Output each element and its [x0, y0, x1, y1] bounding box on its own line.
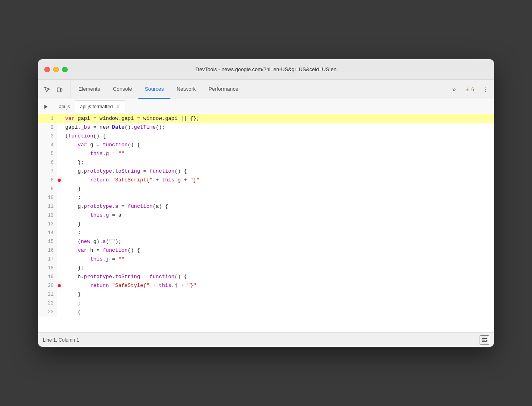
line-content: (function() { — [62, 132, 494, 141]
line-content: } — [62, 290, 494, 299]
code-line: 19 h.prototype.toString = function() { — [38, 273, 494, 281]
line-number: 5 — [38, 149, 57, 158]
svg-marker-6 — [486, 340, 488, 342]
line-number: 23 — [38, 308, 57, 316]
line-content: ; — [62, 229, 494, 237]
code-line: 21 } — [38, 290, 494, 299]
devtools-window: DevTools - news.google.com/?hl=en-US&gl=… — [38, 59, 494, 347]
main-area: api.js api.js:formatted ✕ 1var gapi = wi… — [38, 99, 494, 347]
code-line: 11 g.prototype.a = function(a) { — [38, 202, 494, 211]
code-line: 20 return "SafeStyle{" + this.j + "}" — [38, 281, 494, 290]
tab-performance[interactable]: Performance — [202, 80, 244, 99]
traffic-lights — [44, 67, 68, 72]
line-content: return "SafeScript{" + this.g + "}" — [62, 176, 494, 185]
warning-count: 6 — [471, 87, 474, 92]
code-line: 7 g.prototype.toString = function() { — [38, 167, 494, 176]
svg-marker-2 — [44, 105, 48, 109]
file-tab-api-js[interactable]: api.js — [54, 100, 75, 113]
line-content: ( — [62, 308, 494, 316]
code-line: 1var gapi = window.gapi = window.gapi ||… — [38, 114, 494, 123]
line-content: ; — [62, 299, 494, 308]
code-line: 4 var g = function() { — [38, 141, 494, 149]
code-line: 6 }; — [38, 158, 494, 167]
code-line: 16 var h = function() { — [38, 246, 494, 255]
warning-icon: ⚠ — [465, 87, 470, 92]
toolbar-tabs: Elements Console Sources Network Perform… — [72, 80, 445, 99]
run-snippets-button[interactable] — [41, 102, 51, 111]
code-line: 12 this.g = a — [38, 211, 494, 220]
line-number: 6 — [38, 158, 57, 167]
code-line: 5 this.g = "" — [38, 149, 494, 158]
line-number: 15 — [38, 237, 57, 246]
line-number: 22 — [38, 299, 57, 308]
file-tab-close-button[interactable]: ✕ — [115, 104, 121, 109]
code-line: 15 (new g).a(""); — [38, 237, 494, 246]
maximize-button[interactable] — [62, 67, 68, 72]
file-tab-api-js-formatted[interactable]: api.js:formatted ✕ — [75, 100, 126, 113]
file-tab-label: api.js:formatted — [80, 104, 113, 109]
line-content: } — [62, 185, 494, 193]
title-bar: DevTools - news.google.com/?hl=en-US&gl=… — [38, 59, 494, 80]
line-content: var h = function() { — [62, 246, 494, 255]
toolbar-icons — [41, 80, 70, 99]
file-tabs-bar: api.js api.js:formatted ✕ — [38, 99, 494, 114]
code-line: 23 ( — [38, 308, 494, 316]
line-number: 21 — [38, 290, 57, 299]
line-number: 8 — [38, 176, 57, 185]
breakpoint-dot[interactable] — [58, 284, 61, 287]
close-button[interactable] — [44, 67, 50, 72]
inspect-icon[interactable] — [41, 84, 52, 95]
svg-rect-1 — [60, 89, 62, 91]
svg-rect-5 — [482, 341, 486, 342]
line-number: 12 — [38, 211, 57, 220]
line-content: this.j = "" — [62, 255, 494, 264]
line-content: }; — [62, 264, 494, 273]
code-line: 3(function() { — [38, 132, 494, 141]
tab-sources[interactable]: Sources — [138, 80, 170, 99]
line-number: 10 — [38, 193, 57, 202]
line-number: 20 — [38, 281, 57, 290]
code-content: 1var gapi = window.gapi = window.gapi ||… — [38, 114, 494, 322]
code-line: 13 } — [38, 220, 494, 229]
line-number: 19 — [38, 273, 57, 281]
toolbar-right: » ⚠ 6 ⋮ — [445, 80, 491, 99]
minimize-button[interactable] — [53, 67, 59, 72]
line-content: return "SafeStyle{" + this.j + "}" — [62, 281, 494, 290]
line-content: ; — [62, 193, 494, 202]
line-gutter — [57, 176, 62, 182]
breakpoint-dot[interactable] — [58, 179, 61, 182]
tab-elements[interactable]: Elements — [72, 80, 106, 99]
line-number: 1 — [38, 114, 57, 123]
line-number: 3 — [38, 132, 57, 141]
line-content: g.prototype.a = function(a) { — [62, 202, 494, 211]
code-line: 22 ; — [38, 299, 494, 308]
line-number: 13 — [38, 220, 57, 229]
status-bar-right — [480, 335, 489, 345]
tab-console[interactable]: Console — [106, 80, 138, 99]
line-number: 11 — [38, 202, 57, 211]
cursor-position: Line 1, Column 1 — [43, 337, 79, 343]
line-content: (new g).a(""); — [62, 237, 494, 246]
line-content: g.prototype.toString = function() { — [62, 167, 494, 176]
more-tabs-button[interactable]: » — [448, 84, 460, 95]
line-number: 17 — [38, 255, 57, 264]
line-gutter — [57, 281, 62, 287]
line-content: var gapi = window.gapi = window.gapi || … — [62, 114, 494, 123]
warning-badge[interactable]: ⚠ 6 — [463, 86, 476, 93]
tab-network[interactable]: Network — [170, 80, 202, 99]
code-line: 2gapi._bs = new Date().getTime(); — [38, 123, 494, 132]
device-toggle-icon[interactable] — [54, 84, 65, 95]
code-line: 8 return "SafeScript{" + this.g + "}" — [38, 176, 494, 185]
code-line: 14 ; — [38, 229, 494, 237]
line-content: } — [62, 220, 494, 229]
line-content: gapi._bs = new Date().getTime(); — [62, 123, 494, 132]
format-button[interactable] — [480, 335, 489, 345]
svg-rect-3 — [482, 338, 487, 339]
menu-button[interactable]: ⋮ — [480, 84, 491, 95]
line-content: var g = function() { — [62, 141, 494, 149]
line-number: 2 — [38, 123, 57, 132]
line-number: 18 — [38, 264, 57, 273]
code-line: 18 }; — [38, 264, 494, 273]
code-editor[interactable]: 1var gapi = window.gapi = window.gapi ||… — [38, 114, 494, 332]
code-line: 10 ; — [38, 193, 494, 202]
